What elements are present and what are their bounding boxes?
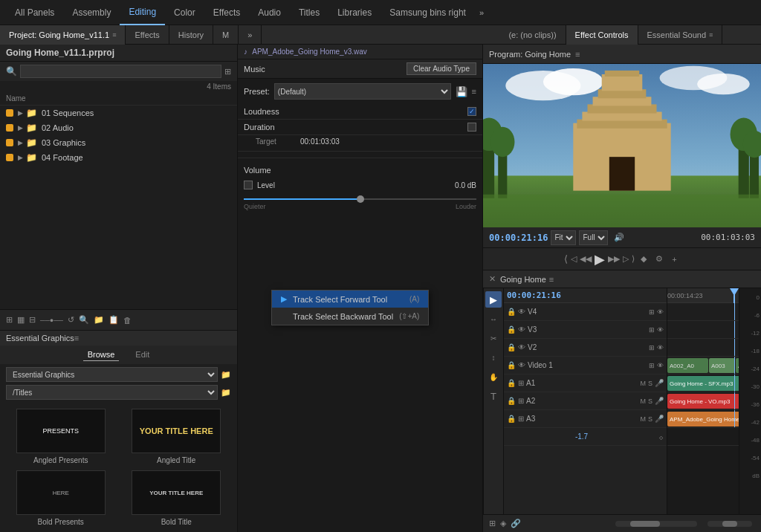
list-icon[interactable]: ⊞ [6,315,13,325]
timeline-scrollbar[interactable] [615,521,698,527]
settings-icon[interactable]: ⊞ [489,519,496,528]
v2-settings-icon[interactable]: ⊞ [649,344,655,351]
lock-icon[interactable]: 🔒 [507,325,516,334]
list-view-icon[interactable]: ⊞ [224,67,231,77]
nav-samsung[interactable]: Samsung bins right [380,0,475,25]
nav-titles[interactable]: Titles [290,0,328,25]
track-forward-tool-item[interactable]: ▶ Track Select Forward Tool (A) [272,291,428,308]
zoom-slider[interactable]: ──●── [40,317,63,324]
nav-more[interactable]: » [475,8,488,17]
a3-clip-apm[interactable]: APM_Adobe_Going Home_v3.wav [667,412,739,426]
timeline-menu-icon[interactable]: ≡ [549,275,554,284]
v1-clip-a003[interactable]: A003 [709,358,735,373]
essential-sound-menu-icon[interactable]: ≡ [709,31,713,39]
loudness-checkbox[interactable] [467,107,476,116]
a1-mic-icon[interactable]: 🎤 [655,379,664,387]
visibility-icon[interactable]: 👁 [518,343,525,351]
scrollbar-thumb[interactable] [630,521,660,527]
delete-icon[interactable]: 🗑 [123,316,132,325]
folder-01-sequences[interactable]: ▶ 📁 01 Sequences [0,106,237,120]
graphic-bold-presents[interactable]: HERE Bold Presents [6,470,116,526]
ripple-tool[interactable]: ✂ [485,330,502,346]
lock-icon[interactable]: 🔒 [507,379,516,387]
nav-all-panels[interactable]: All Panels [6,0,63,25]
a2-mic-icon[interactable]: 🎤 [655,397,664,405]
browse-icon[interactable]: 📁 [221,388,231,398]
visibility-icon[interactable]: 👁 [518,325,525,334]
step-back-icon[interactable]: ◁ [571,254,577,264]
refresh-icon[interactable]: ↺ [68,315,74,325]
a2-solo[interactable]: S [648,398,652,405]
track-select-tool[interactable]: ↔ [485,311,502,327]
preset-menu-icon[interactable]: ≡ [472,87,476,96]
goto-in-icon[interactable]: ⟨ [564,253,568,265]
graphic-angled-title[interactable]: YOUR TITLE HERE Angled Title [122,409,232,464]
duration-checkbox[interactable] [467,123,476,132]
nav-assembly[interactable]: Assembly [63,0,120,25]
step-forward-icon[interactable]: ▷ [623,254,629,264]
v3-eye-icon[interactable]: 👁 [657,326,664,334]
lock-icon[interactable]: 🔒 [507,343,516,351]
volume-slider-track[interactable] [244,198,476,200]
add-marker-icon[interactable]: ◆ [641,254,647,264]
settings-icon[interactable]: ⊞ [518,379,524,387]
tab-effects[interactable]: Effects [126,25,169,45]
nav-color[interactable]: Color [165,0,204,25]
tab-history[interactable]: History [169,25,213,45]
visibility-icon[interactable]: 👁 [518,361,525,369]
type-tool[interactable]: T [485,388,502,404]
keyframe-icon[interactable]: ⬦ [658,432,664,442]
preset-dropdown[interactable]: (Default) [274,83,451,100]
tab-effect-controls[interactable]: Effect Controls [566,25,638,45]
hand-tool[interactable]: ✋ [485,369,502,385]
graphic-bold-title[interactable]: YOUR TITLE HERE Bold Title [122,470,232,526]
nav-effects[interactable]: Effects [204,0,249,25]
v3-settings-icon[interactable]: ⊞ [649,326,655,334]
search-icon[interactable]: 🔍 [79,315,89,325]
folder-04-footage[interactable]: ▶ 📁 04 Footage [0,150,237,165]
graphics-source-dropdown[interactable]: Essential Graphics [6,367,218,382]
goto-out-icon[interactable]: ⟩ [632,254,635,264]
preset-save-icon[interactable]: 💾 [456,86,467,97]
speaker-icon[interactable]: 🔊 [614,233,624,242]
rewind-icon[interactable]: ◀◀ [580,254,592,264]
v1-settings-icon[interactable]: ⊞ [649,362,655,369]
zoom-scrollbar[interactable] [707,521,752,527]
tab-no-clips[interactable]: (e: (no clips)) [499,25,566,45]
selection-tool[interactable]: ▶ [485,291,502,308]
nav-editing[interactable]: Editing [120,0,165,25]
graphic-angled-presents[interactable]: PRESENTS Angled Presents [6,409,116,464]
clear-audio-button[interactable]: Clear Audio Type [407,62,476,75]
tab-project[interactable]: Project: Going Home_v11.1 ≡ [0,25,126,45]
search-input[interactable] [20,65,221,78]
a1-clip-sfx[interactable]: Going Home - SFX.mp3 [667,376,739,391]
program-menu-icon[interactable]: ≡ [575,50,580,59]
a3-mic-icon[interactable]: 🎤 [655,415,664,423]
freeform-icon[interactable]: ⊟ [29,315,36,325]
a2-mute[interactable]: M [640,398,646,405]
v2-eye-icon[interactable]: 👁 [657,344,664,351]
rolling-tool[interactable]: ↕ [485,349,502,366]
grid-icon[interactable]: ▦ [17,315,25,325]
folder-icon[interactable]: 📁 [94,315,104,325]
nav-libraries[interactable]: Libraries [328,0,380,25]
add-to-timeline-icon[interactable]: + [672,255,676,264]
tab-more-panels[interactable]: » [239,25,262,45]
a3-mute[interactable]: M [640,415,646,423]
v4-eye-icon[interactable]: 👁 [657,308,664,316]
level-checkbox[interactable] [244,181,253,189]
lock-icon[interactable]: 🔒 [507,397,516,405]
v4-settings-icon[interactable]: ⊞ [649,308,655,316]
tab-essential-sound[interactable]: Essential Sound ≡ [638,25,723,45]
track-backward-tool-item[interactable]: ▶ Track Select Backward Tool (⇧+A) [272,308,428,325]
v1-clip-a00[interactable]: A00 [736,358,739,373]
timeline-close-icon[interactable]: ✕ [489,274,496,284]
tab-edit[interactable]: Edit [131,348,154,361]
v1-eye-icon[interactable]: 👁 [657,362,664,369]
visibility-icon[interactable]: 👁 [518,308,525,316]
essential-graphics-menu-icon[interactable]: ≡ [74,334,79,343]
slider-thumb[interactable] [357,195,364,203]
new-folder-icon[interactable]: 📁 [221,370,231,380]
a1-solo[interactable]: S [648,380,652,387]
full-dropdown[interactable]: Full [579,230,608,245]
